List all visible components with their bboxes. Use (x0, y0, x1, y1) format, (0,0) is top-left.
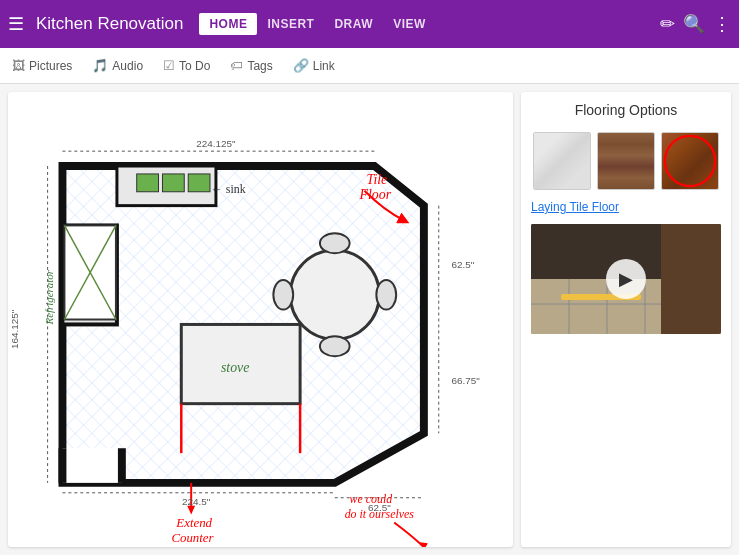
edit-icon[interactable]: ✏ (660, 13, 675, 35)
tool-audio[interactable]: 🎵 Audio (92, 58, 143, 73)
svg-text:224.5": 224.5" (182, 496, 211, 507)
flooring-option-selected[interactable] (661, 132, 719, 190)
canvas-area[interactable]: 224.125" 224.5" 164.125" 62.5" 66.75" 62… (8, 92, 513, 547)
svg-text:← sink: ← sink (211, 182, 246, 196)
svg-text:164.125": 164.125" (9, 309, 20, 349)
link-label: Link (313, 59, 335, 73)
tool-tags[interactable]: 🏷 Tags (230, 58, 272, 73)
more-options-icon[interactable]: ⋮ (713, 13, 731, 35)
tile-floor-link[interactable]: Laying Tile Floor (531, 200, 721, 214)
svg-text:do it ourselves: do it ourselves (345, 507, 415, 521)
flooring-option-marble[interactable] (533, 132, 591, 190)
nav-draw[interactable]: DRAW (324, 13, 383, 35)
svg-marker-47 (420, 542, 428, 547)
svg-point-14 (290, 250, 379, 339)
nav-home[interactable]: HOME (199, 13, 257, 35)
main-content: 224.125" 224.5" 164.125" 62.5" 66.75" 62… (0, 84, 739, 555)
todo-label: To Do (179, 59, 210, 73)
svg-point-18 (376, 280, 396, 310)
second-toolbar: 🖼 Pictures 🎵 Audio ☑ To Do 🏷 Tags 🔗 Link (0, 48, 739, 84)
tool-link[interactable]: 🔗 Link (293, 58, 335, 73)
play-button[interactable]: ▶ (606, 259, 646, 299)
audio-icon: 🎵 (92, 58, 108, 73)
video-thumbnail[interactable]: ▶ (531, 224, 721, 334)
svg-rect-55 (661, 224, 721, 334)
svg-text:Refrigerator: Refrigerator (43, 269, 55, 325)
svg-text:stove: stove (221, 360, 249, 375)
menu-icon[interactable]: ☰ (8, 13, 24, 35)
right-panel: Flooring Options Laying Tile Floor (521, 92, 731, 547)
svg-point-16 (320, 336, 350, 356)
svg-point-48 (665, 136, 715, 186)
flooring-option-wood[interactable] (597, 132, 655, 190)
svg-rect-12 (188, 174, 210, 192)
svg-point-15 (320, 233, 350, 253)
search-icon[interactable]: 🔍 (683, 13, 705, 35)
tags-label: Tags (247, 59, 272, 73)
svg-text:Extend: Extend (175, 516, 212, 530)
nav-view[interactable]: VIEW (383, 13, 436, 35)
pictures-label: Pictures (29, 59, 72, 73)
app-title: Kitchen Renovation (36, 14, 183, 34)
svg-rect-11 (162, 174, 184, 192)
link-icon: 🔗 (293, 58, 309, 73)
svg-text:66.75": 66.75" (452, 375, 481, 386)
audio-label: Audio (112, 59, 143, 73)
svg-text:Tile: Tile (366, 172, 387, 187)
tool-pictures[interactable]: 🖼 Pictures (12, 58, 72, 73)
svg-rect-10 (137, 174, 159, 192)
svg-text:62.5": 62.5" (452, 259, 475, 270)
svg-text:we could: we could (350, 492, 393, 506)
pictures-icon: 🖼 (12, 58, 25, 73)
svg-text:Counter: Counter (171, 531, 214, 545)
flooring-options-title: Flooring Options (531, 102, 721, 118)
svg-marker-25 (187, 506, 195, 515)
svg-text:224.125": 224.125" (196, 138, 236, 149)
svg-point-17 (273, 280, 293, 310)
svg-text:Floor: Floor (359, 187, 392, 202)
tags-icon: 🏷 (230, 58, 243, 73)
flooring-options (531, 132, 721, 190)
tool-todo[interactable]: ☑ To Do (163, 58, 210, 73)
svg-rect-19 (62, 448, 121, 483)
top-bar: ☰ Kitchen Renovation HOME INSERT DRAW VI… (0, 0, 739, 48)
floor-plan-svg: 224.125" 224.5" 164.125" 62.5" 66.75" 62… (8, 92, 513, 547)
nav-insert[interactable]: INSERT (257, 13, 324, 35)
todo-icon: ☑ (163, 58, 175, 73)
